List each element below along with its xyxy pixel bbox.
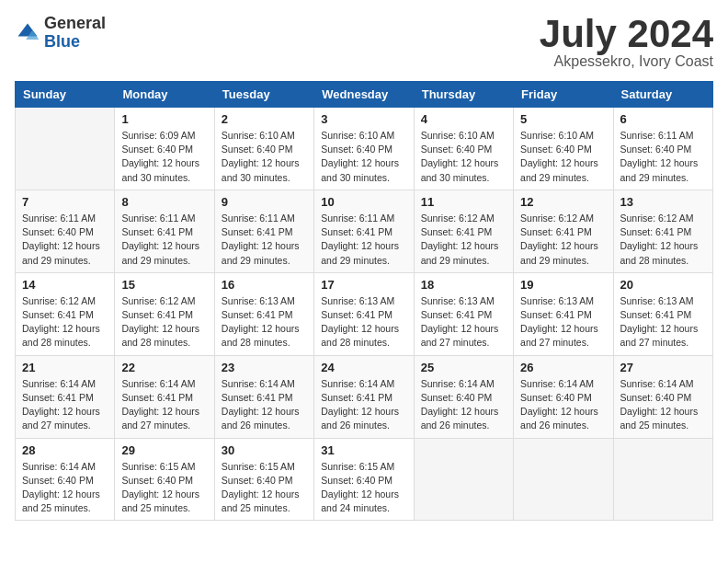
calendar-week-row: 1Sunrise: 6:09 AMSunset: 6:40 PMDaylight…	[16, 108, 713, 190]
day-number: 26	[520, 361, 606, 374]
day-number: 19	[520, 278, 606, 292]
day-info: Sunrise: 6:14 AMSunset: 6:41 PMDaylight:…	[321, 377, 406, 433]
day-number: 31	[321, 443, 406, 457]
calendar-cell: 27Sunrise: 6:14 AMSunset: 6:40 PMDayligh…	[613, 355, 712, 438]
calendar-cell: 10Sunrise: 6:11 AMSunset: 6:41 PMDayligh…	[314, 190, 414, 272]
day-number: 4	[421, 112, 506, 126]
day-number: 7	[22, 195, 108, 209]
calendar-header-thursday: Thursday	[414, 82, 513, 108]
calendar-cell: 2Sunrise: 6:10 AMSunset: 6:40 PMDaylight…	[214, 108, 313, 190]
calendar-cell: 31Sunrise: 6:15 AMSunset: 6:40 PMDayligh…	[314, 438, 414, 521]
day-info: Sunrise: 6:10 AMSunset: 6:40 PMDaylight:…	[222, 129, 307, 185]
day-number: 18	[421, 278, 506, 292]
title-block: July 2024 Akpessekro, Ivory Coast	[540, 15, 713, 70]
day-info: Sunrise: 6:14 AMSunset: 6:40 PMDaylight:…	[620, 377, 706, 433]
day-number: 13	[620, 195, 706, 209]
day-number: 27	[620, 361, 706, 374]
calendar-cell: 13Sunrise: 6:12 AMSunset: 6:41 PMDayligh…	[613, 190, 712, 272]
calendar-cell: 20Sunrise: 6:13 AMSunset: 6:41 PMDayligh…	[613, 272, 712, 355]
calendar-header-friday: Friday	[514, 82, 613, 108]
calendar-cell: 23Sunrise: 6:14 AMSunset: 6:41 PMDayligh…	[214, 355, 313, 438]
calendar-week-row: 28Sunrise: 6:14 AMSunset: 6:40 PMDayligh…	[16, 438, 713, 521]
calendar-week-row: 14Sunrise: 6:12 AMSunset: 6:41 PMDayligh…	[16, 272, 713, 355]
day-number: 23	[222, 361, 307, 374]
logo-general-text: General	[44, 15, 106, 33]
day-number: 1	[121, 112, 207, 126]
day-number: 24	[321, 361, 406, 374]
calendar-cell: 26Sunrise: 6:14 AMSunset: 6:40 PMDayligh…	[514, 355, 613, 438]
day-number: 21	[22, 361, 108, 374]
calendar-cell: 5Sunrise: 6:10 AMSunset: 6:40 PMDaylight…	[514, 108, 613, 190]
day-info: Sunrise: 6:14 AMSunset: 6:40 PMDaylight:…	[520, 377, 606, 433]
day-number: 3	[321, 112, 406, 126]
logo-icon	[15, 20, 40, 46]
calendar-cell	[613, 438, 712, 521]
day-number: 9	[222, 195, 307, 209]
day-info: Sunrise: 6:14 AMSunset: 6:41 PMDaylight:…	[222, 377, 307, 433]
calendar-cell: 28Sunrise: 6:14 AMSunset: 6:40 PMDayligh…	[16, 438, 115, 521]
calendar-header-wednesday: Wednesday	[314, 82, 414, 108]
day-number: 20	[620, 278, 706, 292]
day-info: Sunrise: 6:14 AMSunset: 6:40 PMDaylight:…	[22, 460, 108, 516]
day-info: Sunrise: 6:11 AMSunset: 6:41 PMDaylight:…	[222, 212, 307, 268]
day-info: Sunrise: 6:12 AMSunset: 6:41 PMDaylight:…	[22, 294, 108, 350]
calendar-cell: 30Sunrise: 6:15 AMSunset: 6:40 PMDayligh…	[214, 438, 313, 521]
day-info: Sunrise: 6:11 AMSunset: 6:40 PMDaylight:…	[22, 212, 108, 268]
day-info: Sunrise: 6:11 AMSunset: 6:41 PMDaylight:…	[121, 212, 207, 268]
calendar-cell	[16, 108, 115, 190]
location-text: Akpessekro, Ivory Coast	[540, 53, 713, 70]
day-number: 5	[520, 112, 606, 126]
day-info: Sunrise: 6:10 AMSunset: 6:40 PMDaylight:…	[421, 129, 506, 185]
calendar-cell: 7Sunrise: 6:11 AMSunset: 6:40 PMDaylight…	[16, 190, 115, 272]
calendar-cell: 1Sunrise: 6:09 AMSunset: 6:40 PMDaylight…	[115, 108, 214, 190]
day-number: 30	[222, 443, 307, 457]
day-number: 2	[222, 112, 307, 126]
day-number: 8	[121, 195, 207, 209]
day-info: Sunrise: 6:11 AMSunset: 6:40 PMDaylight:…	[620, 129, 706, 185]
day-info: Sunrise: 6:13 AMSunset: 6:41 PMDaylight:…	[321, 294, 406, 350]
day-number: 12	[520, 195, 606, 209]
calendar-cell: 8Sunrise: 6:11 AMSunset: 6:41 PMDaylight…	[115, 190, 214, 272]
day-number: 25	[421, 361, 506, 374]
calendar-cell: 15Sunrise: 6:12 AMSunset: 6:41 PMDayligh…	[115, 272, 214, 355]
calendar-week-row: 21Sunrise: 6:14 AMSunset: 6:41 PMDayligh…	[16, 355, 713, 438]
calendar-cell: 17Sunrise: 6:13 AMSunset: 6:41 PMDayligh…	[314, 272, 414, 355]
day-info: Sunrise: 6:13 AMSunset: 6:41 PMDaylight:…	[421, 294, 506, 350]
calendar-cell: 29Sunrise: 6:15 AMSunset: 6:40 PMDayligh…	[115, 438, 214, 521]
calendar-cell: 24Sunrise: 6:14 AMSunset: 6:41 PMDayligh…	[314, 355, 414, 438]
calendar-cell: 4Sunrise: 6:10 AMSunset: 6:40 PMDaylight…	[414, 108, 513, 190]
day-number: 14	[22, 278, 108, 292]
calendar-cell	[414, 438, 513, 521]
logo: General Blue	[15, 15, 106, 52]
day-info: Sunrise: 6:15 AMSunset: 6:40 PMDaylight:…	[222, 460, 307, 516]
calendar-cell: 21Sunrise: 6:14 AMSunset: 6:41 PMDayligh…	[16, 355, 115, 438]
calendar-cell: 3Sunrise: 6:10 AMSunset: 6:40 PMDaylight…	[314, 108, 414, 190]
calendar-cell: 18Sunrise: 6:13 AMSunset: 6:41 PMDayligh…	[414, 272, 513, 355]
calendar-cell: 14Sunrise: 6:12 AMSunset: 6:41 PMDayligh…	[16, 272, 115, 355]
calendar-header-sunday: Sunday	[16, 82, 115, 108]
day-number: 6	[620, 112, 706, 126]
day-info: Sunrise: 6:13 AMSunset: 6:41 PMDaylight:…	[520, 294, 606, 350]
day-info: Sunrise: 6:12 AMSunset: 6:41 PMDaylight:…	[121, 294, 207, 350]
day-info: Sunrise: 6:15 AMSunset: 6:40 PMDaylight:…	[121, 460, 207, 516]
calendar-cell: 9Sunrise: 6:11 AMSunset: 6:41 PMDaylight…	[214, 190, 313, 272]
calendar-cell: 22Sunrise: 6:14 AMSunset: 6:41 PMDayligh…	[115, 355, 214, 438]
calendar-header-row: SundayMondayTuesdayWednesdayThursdayFrid…	[16, 82, 713, 108]
day-info: Sunrise: 6:12 AMSunset: 6:41 PMDaylight:…	[421, 212, 506, 268]
day-number: 17	[321, 278, 406, 292]
calendar-header-monday: Monday	[115, 82, 214, 108]
day-number: 15	[121, 278, 207, 292]
month-title: July 2024	[540, 15, 713, 53]
calendar-cell: 19Sunrise: 6:13 AMSunset: 6:41 PMDayligh…	[514, 272, 613, 355]
calendar-cell: 11Sunrise: 6:12 AMSunset: 6:41 PMDayligh…	[414, 190, 513, 272]
day-info: Sunrise: 6:13 AMSunset: 6:41 PMDaylight:…	[222, 294, 307, 350]
calendar-cell: 12Sunrise: 6:12 AMSunset: 6:41 PMDayligh…	[514, 190, 613, 272]
day-info: Sunrise: 6:15 AMSunset: 6:40 PMDaylight:…	[321, 460, 406, 516]
day-number: 28	[22, 443, 108, 457]
calendar-week-row: 7Sunrise: 6:11 AMSunset: 6:40 PMDaylight…	[16, 190, 713, 272]
calendar-header-saturday: Saturday	[613, 82, 712, 108]
calendar-cell: 16Sunrise: 6:13 AMSunset: 6:41 PMDayligh…	[214, 272, 313, 355]
calendar-cell: 25Sunrise: 6:14 AMSunset: 6:40 PMDayligh…	[414, 355, 513, 438]
day-info: Sunrise: 6:10 AMSunset: 6:40 PMDaylight:…	[520, 129, 606, 185]
day-info: Sunrise: 6:12 AMSunset: 6:41 PMDaylight:…	[620, 212, 706, 268]
